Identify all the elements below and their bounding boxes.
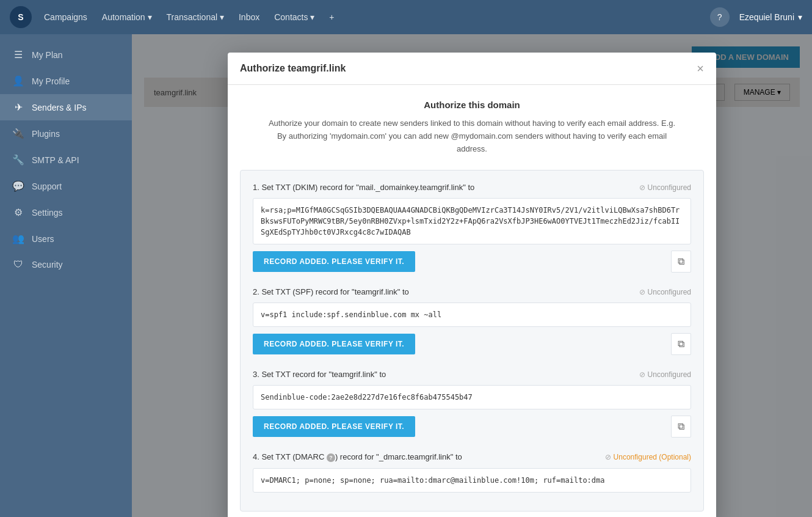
smtp-icon: 🔧 xyxy=(12,154,24,166)
modal-title: Authorize teamgrif.link xyxy=(240,63,346,74)
dns-record-1-status: ⊘ Unconfigured xyxy=(639,183,691,192)
dns-record-3-status: ⊘ Unconfigured xyxy=(639,370,691,379)
copy-record-2-button[interactable]: ⧉ xyxy=(671,333,691,355)
dns-record-2-value: v=spf1 include:spf.sendinblue.com mx ~al… xyxy=(253,302,691,327)
help-button[interactable]: ? xyxy=(710,7,730,27)
sidebar-label-my-plan: My Plan xyxy=(32,50,63,60)
dns-record-4-status-text: Unconfigured (Optional) xyxy=(614,453,691,461)
settings-icon: ⚙ xyxy=(12,207,24,218)
sidebar-item-my-plan[interactable]: ☰ My Plan xyxy=(0,42,132,68)
dns-record-4-label: 4. Set TXT (DMARC ?) record for "_dmarc.… xyxy=(253,452,462,462)
senders-icon: ✈ xyxy=(12,101,24,113)
modal-overlay: Authorize teamgrif.link × Authorize this… xyxy=(132,34,812,517)
dns-record-2-label: 2. Set TXT (SPF) record for "teamgrif.li… xyxy=(253,287,409,296)
nav-automation[interactable]: Automation ▾ xyxy=(102,10,152,24)
copy-icon-3: ⧉ xyxy=(678,421,684,432)
dns-record-4-header: 4. Set TXT (DMARC ?) record for "_dmarc.… xyxy=(253,452,691,462)
copy-record-3-button[interactable]: ⧉ xyxy=(671,416,691,438)
authorize-description: Authorize your domain to create new send… xyxy=(264,117,680,155)
dns-record-3-status-text: Unconfigured xyxy=(648,370,691,379)
sidebar-label-smtp-api: SMTP & API xyxy=(32,155,79,165)
sidebar-item-security[interactable]: 🛡 Security xyxy=(0,252,132,277)
sidebar-label-plugins: Plugins xyxy=(32,129,60,139)
nav-add[interactable]: + xyxy=(329,10,334,24)
dns-record-3-actions: RECORD ADDED. PLEASE VERIFY IT. ⧉ xyxy=(253,416,691,438)
dns-record-3: 3. Set TXT record for "teamgrif.link" to… xyxy=(253,370,691,438)
verify-record-2-button[interactable]: RECORD ADDED. PLEASE VERIFY IT. xyxy=(253,334,415,354)
nav-right: ? Ezequiel Bruni ▾ xyxy=(710,7,802,27)
verify-record-1-button[interactable]: RECORD ADDED. PLEASE VERIFY IT. xyxy=(253,251,415,272)
sidebar-label-support: Support xyxy=(32,182,62,191)
sidebar-label-my-profile: My Profile xyxy=(32,76,70,86)
dns-record-4-status: ⊘ Unconfigured (Optional) xyxy=(605,453,691,461)
dns-record-2-status: ⊘ Unconfigured xyxy=(639,288,691,296)
copy-icon-1: ⧉ xyxy=(678,256,684,267)
user-name: Ezequiel Bruni xyxy=(739,12,794,22)
authorize-modal: Authorize teamgrif.link × Authorize this… xyxy=(228,53,716,517)
sidebar-item-support[interactable]: 💬 Support xyxy=(0,173,132,199)
unconfigured-icon-4: ⊘ xyxy=(605,453,611,461)
copy-icon-2: ⧉ xyxy=(678,339,684,350)
sidebar-item-plugins[interactable]: 🔌 Plugins xyxy=(0,120,132,147)
top-nav: S Campaigns Automation ▾ Transactional ▾… xyxy=(0,0,812,34)
dns-record-1-actions: RECORD ADDED. PLEASE VERIFY IT. ⧉ xyxy=(253,251,691,273)
dns-record-3-value: Sendinblue-code:2ae2e8d227d7e16fec8f6ab4… xyxy=(253,385,691,409)
authorize-title: Authorize this domain xyxy=(240,100,704,110)
nav-campaigns[interactable]: Campaigns xyxy=(44,10,87,24)
dns-record-1-header: 1. Set TXT (DKIM) record for "mail._doma… xyxy=(253,183,691,192)
chevron-down-icon: ▾ xyxy=(798,12,802,22)
sidebar-label-users: Users xyxy=(32,234,54,244)
sidebar-item-senders-ips[interactable]: ✈ Senders & IPs xyxy=(0,94,132,120)
modal-close-button[interactable]: × xyxy=(697,62,704,75)
dns-record-2-status-text: Unconfigured xyxy=(648,288,691,296)
users-icon: 👥 xyxy=(12,233,24,244)
sidebar-label-senders-ips: Senders & IPs xyxy=(32,103,87,112)
sidebar-item-settings[interactable]: ⚙ Settings xyxy=(0,199,132,226)
nav-contacts[interactable]: Contacts ▾ xyxy=(274,10,314,24)
sidebar-item-smtp-api[interactable]: 🔧 SMTP & API xyxy=(0,147,132,173)
user-menu[interactable]: Ezequiel Bruni ▾ xyxy=(739,12,802,22)
dns-record-4: 4. Set TXT (DMARC ?) record for "_dmarc.… xyxy=(253,452,691,493)
dns-record-2-header: 2. Set TXT (SPF) record for "teamgrif.li… xyxy=(253,287,691,296)
support-icon: 💬 xyxy=(12,180,24,192)
sidebar-item-users[interactable]: 👥 Users xyxy=(0,226,132,252)
dns-record-1-label: 1. Set TXT (DKIM) record for "mail._doma… xyxy=(253,183,474,192)
nav-transactional[interactable]: Transactional ▾ xyxy=(167,10,224,24)
app-logo[interactable]: S xyxy=(10,6,32,28)
unconfigured-icon-2: ⊘ xyxy=(639,288,645,296)
nav-links: Campaigns Automation ▾ Transactional ▾ I… xyxy=(44,10,698,24)
sidebar-label-security: Security xyxy=(32,260,63,270)
dns-record-3-header: 3. Set TXT record for "teamgrif.link" to… xyxy=(253,370,691,379)
dns-record-2: 2. Set TXT (SPF) record for "teamgrif.li… xyxy=(253,287,691,355)
dns-record-2-actions: RECORD ADDED. PLEASE VERIFY IT. ⧉ xyxy=(253,333,691,355)
main-content: + ADD A NEW DOMAIN teamgrif.link VERIFY … xyxy=(132,34,812,517)
dns-record-3-label: 3. Set TXT record for "teamgrif.link" to xyxy=(253,370,386,379)
modal-header: Authorize teamgrif.link × xyxy=(228,53,716,85)
dns-record-4-value: v=DMARC1; p=none; sp=none; rua=mailto:dm… xyxy=(253,468,691,493)
unconfigured-icon-1: ⊘ xyxy=(639,183,645,192)
nav-inbox[interactable]: Inbox xyxy=(239,10,259,24)
plan-icon: ☰ xyxy=(12,49,24,61)
copy-record-1-button[interactable]: ⧉ xyxy=(671,251,691,273)
security-icon: 🛡 xyxy=(12,259,24,270)
sidebar-label-settings: Settings xyxy=(32,208,63,218)
verify-record-3-button[interactable]: RECORD ADDED. PLEASE VERIFY IT. xyxy=(253,416,415,437)
modal-body: Authorize this domain Authorize your dom… xyxy=(228,85,716,517)
profile-icon: 👤 xyxy=(12,75,24,87)
app-body: ☰ My Plan 👤 My Profile ✈ Senders & IPs 🔌… xyxy=(0,34,812,517)
unconfigured-icon-3: ⊘ xyxy=(639,370,645,379)
sidebar: ☰ My Plan 👤 My Profile ✈ Senders & IPs 🔌… xyxy=(0,34,132,517)
plugins-icon: 🔌 xyxy=(12,128,24,139)
dns-record-1-status-text: Unconfigured xyxy=(648,183,691,192)
dns-record-1-value: k=rsa;p=MIGfMA0GCSqGSIb3DQEBAQUAA4GNADCB… xyxy=(253,198,691,244)
dns-records-container: 1. Set TXT (DKIM) record for "mail._doma… xyxy=(240,170,704,512)
dns-record-1: 1. Set TXT (DKIM) record for "mail._doma… xyxy=(253,183,691,273)
sidebar-item-my-profile[interactable]: 👤 My Profile xyxy=(0,68,132,94)
